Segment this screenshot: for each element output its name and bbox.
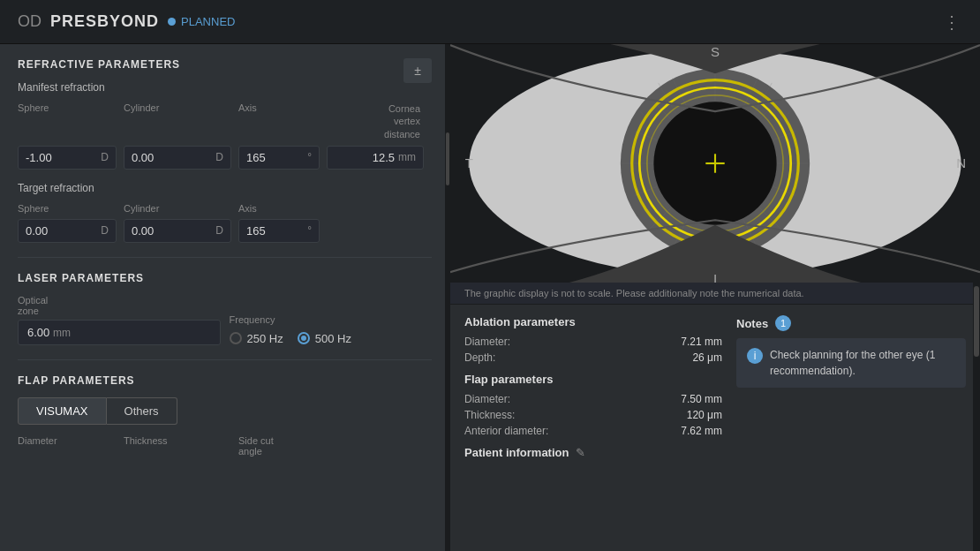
target-cylinder-col-header: Cylinder bbox=[124, 203, 238, 215]
refractive-section-title: REFRACTIVE PARAMETERS bbox=[18, 58, 432, 71]
app-title: PRESBYOND bbox=[50, 12, 159, 31]
flap-tabs: VISUMAX Others bbox=[18, 397, 432, 425]
notes-count-badge: 1 bbox=[775, 315, 791, 331]
ablation-depth-label: Depth: bbox=[464, 351, 495, 364]
optical-freq-grid: Opticalzone 6.00 mm Frequency 250 Hz bbox=[18, 295, 432, 345]
info-panels: Ablation parameters Diameter: 7.21 mm De… bbox=[450, 305, 980, 551]
manifest-axis-value: 165 bbox=[246, 151, 266, 164]
manifest-sphere-unit: D bbox=[101, 151, 109, 163]
manifest-cvd-unit: mm bbox=[398, 151, 416, 163]
scrollbar-thumb[interactable] bbox=[974, 286, 979, 357]
visualization-disclaimer: The graphic display is not to scale. Ple… bbox=[450, 283, 980, 305]
target-cylinder-box[interactable]: 0.00 D bbox=[124, 219, 231, 243]
manifest-cylinder-unit: D bbox=[215, 151, 223, 163]
freq-500-label: 500 Hz bbox=[315, 332, 351, 345]
note-text: Check planning for the other eye (1 reco… bbox=[770, 347, 955, 379]
target-axis-col-header: Axis bbox=[238, 203, 327, 215]
notes-title: Notes bbox=[736, 317, 768, 330]
svg-text:T: T bbox=[465, 155, 473, 170]
notes-header: Notes 1 bbox=[736, 315, 966, 331]
patient-info-row: Patient information ✎ bbox=[464, 446, 722, 459]
target-axis-unit: ° bbox=[307, 224, 312, 237]
status-dot-icon bbox=[168, 18, 176, 26]
header: OD PRESBYOND PLANNED ⋮ bbox=[0, 0, 980, 44]
target-cylinder-value: 0.00 bbox=[132, 224, 154, 238]
svg-text:I: I bbox=[713, 271, 717, 283]
left-scrollbar-thumb[interactable] bbox=[446, 132, 449, 185]
eye-visualization: S T N I bbox=[450, 44, 980, 283]
flap-anterior-value: 7.62 mm bbox=[681, 425, 722, 437]
left-panel-scrollbar[interactable] bbox=[445, 44, 450, 551]
freq-500-radio-circle[interactable] bbox=[298, 332, 310, 344]
svg-text:N: N bbox=[956, 155, 966, 170]
flap-diameter-row: Diameter: 7.50 mm bbox=[464, 393, 722, 405]
note-info-icon: i bbox=[747, 348, 763, 364]
tab-others[interactable]: Others bbox=[107, 397, 177, 425]
patient-info-label: Patient information bbox=[464, 446, 569, 459]
laser-section: LASER PARAMETERS Opticalzone 6.00 mm Fre… bbox=[18, 272, 432, 345]
notes-panel: Notes 1 i Check planning for the other e… bbox=[736, 315, 966, 540]
refractive-section: REFRACTIVE PARAMETERS ± Manifest refract… bbox=[18, 58, 432, 243]
ablation-panel: Ablation parameters Diameter: 7.21 mm De… bbox=[464, 315, 722, 540]
freq-250-radio-circle[interactable] bbox=[230, 332, 242, 344]
freq-500-option[interactable]: 500 Hz bbox=[298, 332, 351, 345]
optical-zone-box[interactable]: 6.00 mm bbox=[18, 320, 221, 345]
manifest-params-grid: Sphere Cylinder Axis Corneavertexdistanc… bbox=[18, 102, 432, 170]
ablation-depth-value: 26 μm bbox=[692, 351, 722, 364]
header-left: OD PRESBYOND PLANNED bbox=[18, 12, 235, 31]
flap-section: FLAP PARAMETERS VISUMAX Others Diameter … bbox=[18, 374, 432, 458]
frequency-field: Frequency 250 Hz 500 Hz bbox=[230, 314, 433, 345]
target-sphere-unit: D bbox=[101, 224, 109, 237]
flap-params-title: Flap parameters bbox=[464, 373, 722, 386]
flap-thickness-label: Thickness: bbox=[464, 409, 515, 421]
manifest-axis-box[interactable]: 165 ° bbox=[238, 146, 320, 170]
manifest-axis-unit: ° bbox=[307, 151, 312, 163]
manifest-cvd-box[interactable]: 12.5 mm bbox=[327, 146, 424, 170]
manifest-cylinder-value: 0.00 bbox=[132, 151, 154, 164]
left-panel: REFRACTIVE PARAMETERS ± Manifest refract… bbox=[0, 44, 450, 551]
toggle-button[interactable]: ± bbox=[403, 58, 432, 83]
flap-anterior-row: Anterior diameter: 7.62 mm bbox=[464, 425, 722, 437]
flap-sidecut-col-header: Side cutangle bbox=[238, 435, 327, 458]
target-params-grid: Sphere Cylinder Axis 0.00 D 0.00 D 165 ° bbox=[18, 203, 432, 243]
ablation-diameter-value: 7.21 mm bbox=[681, 336, 722, 348]
cylinder-col-header: Cylinder bbox=[124, 102, 238, 142]
target-cylinder-unit: D bbox=[215, 224, 223, 237]
edit-patient-info-button[interactable]: ✎ bbox=[576, 446, 585, 459]
status-badge: PLANNED bbox=[168, 15, 235, 28]
svg-text:S: S bbox=[711, 44, 720, 59]
target-sphere-box[interactable]: 0.00 D bbox=[18, 219, 117, 243]
axis-col-header: Axis bbox=[238, 102, 327, 142]
flap-thickness-value: 120 μm bbox=[687, 409, 722, 421]
note-card: i Check planning for the other eye (1 re… bbox=[736, 338, 966, 388]
right-scrollbar[interactable] bbox=[973, 283, 980, 551]
target-axis-box[interactable]: 165 ° bbox=[238, 219, 320, 243]
flap-thickness-row: Thickness: 120 μm bbox=[464, 409, 722, 421]
more-menu-button[interactable]: ⋮ bbox=[943, 11, 962, 33]
status-label: PLANNED bbox=[181, 15, 235, 28]
eye-svg: S T N I bbox=[450, 44, 980, 283]
optical-zone-field: Opticalzone 6.00 mm bbox=[18, 295, 221, 345]
flap-section-title: FLAP PARAMETERS bbox=[18, 374, 432, 387]
ablation-depth-row: Depth: 26 μm bbox=[464, 351, 722, 364]
od-label: OD bbox=[18, 12, 41, 31]
sphere-col-header: Sphere bbox=[18, 102, 124, 142]
target-refraction-label: Target refraction bbox=[18, 182, 432, 194]
manifest-sphere-value: -1.00 bbox=[26, 151, 52, 164]
optical-zone-unit: mm bbox=[53, 327, 71, 339]
tab-visumax[interactable]: VISUMAX bbox=[18, 397, 107, 425]
frequency-radio-group: 250 Hz 500 Hz bbox=[230, 328, 433, 345]
freq-250-option[interactable]: 250 Hz bbox=[230, 332, 283, 345]
target-sphere-col-header: Sphere bbox=[18, 203, 124, 215]
flap-columns: Diameter Thickness Side cutangle bbox=[18, 435, 432, 458]
flap-thickness-col-header: Thickness bbox=[124, 435, 238, 458]
ablation-diameter-row: Diameter: 7.21 mm bbox=[464, 336, 722, 348]
flap-anterior-label: Anterior diameter: bbox=[464, 425, 548, 437]
freq-250-label: 250 Hz bbox=[247, 332, 283, 345]
main-container: REFRACTIVE PARAMETERS ± Manifest refract… bbox=[0, 44, 980, 551]
target-sphere-value: 0.00 bbox=[26, 224, 48, 238]
ablation-diameter-label: Diameter: bbox=[464, 336, 510, 348]
manifest-sphere-box[interactable]: -1.00 D bbox=[18, 146, 117, 170]
manifest-cylinder-box[interactable]: 0.00 D bbox=[124, 146, 231, 170]
ablation-title: Ablation parameters bbox=[464, 315, 722, 328]
